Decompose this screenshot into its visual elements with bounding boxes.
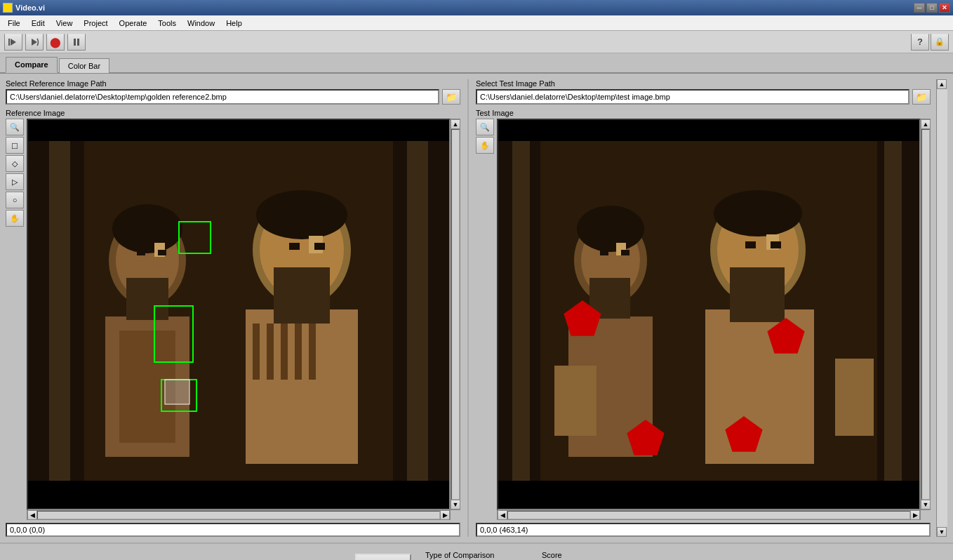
- pause-button[interactable]: [67, 34, 86, 51]
- ref-scroll-down[interactable]: ▼: [451, 500, 460, 509]
- ref-select-tool[interactable]: □: [6, 137, 24, 154]
- global-scroll-up[interactable]: ▲: [937, 79, 947, 89]
- menu-tools[interactable]: Tools: [153, 17, 181, 29]
- global-scroll-down[interactable]: ▼: [937, 527, 947, 537]
- ref-pan-tool[interactable]: ✋: [6, 210, 24, 227]
- maximize-button[interactable]: □: [926, 3, 938, 13]
- compare-button[interactable]: Compare: [355, 554, 411, 560]
- ref-zoom-tool[interactable]: 🔍: [6, 119, 24, 135]
- ref-path-input[interactable]: [6, 89, 439, 105]
- menu-project[interactable]: Project: [79, 17, 112, 29]
- test-canvas: [498, 120, 919, 509]
- test-scroll-track-h[interactable]: [507, 511, 910, 519]
- menu-view[interactable]: View: [51, 17, 78, 29]
- run-button[interactable]: [4, 34, 22, 51]
- test-folder-button[interactable]: 📁: [912, 89, 931, 105]
- ref-coords-text: 0,0,0 (0,0): [10, 526, 45, 534]
- ref-scroll-left[interactable]: ◀: [27, 510, 37, 520]
- ref-scroll-track-v[interactable]: [451, 129, 460, 500]
- svg-rect-3: [74, 39, 76, 46]
- toolbar: ⬤ ? 🔒: [0, 31, 953, 53]
- test-image-tools: 🔍 ✋: [476, 119, 495, 520]
- test-coords-text: 0,0,0 (463,14): [480, 526, 528, 534]
- ref-path-label: Select Reference Image Path: [6, 79, 460, 88]
- svg-marker-0: [11, 39, 16, 46]
- menu-help[interactable]: Help: [221, 17, 247, 29]
- test-image-view[interactable]: [497, 119, 921, 510]
- title-bar: Video.vi ─ □ ✕: [0, 0, 953, 15]
- tabs-bar: Compare Color Bar: [0, 53, 953, 74]
- window-title: Video.vi: [15, 4, 45, 12]
- minimize-button[interactable]: ─: [914, 3, 925, 13]
- test-scroll-down[interactable]: ▼: [921, 500, 931, 509]
- main-content: Select Reference Image Path 📁 Reference …: [0, 74, 953, 542]
- test-scroll-left[interactable]: ◀: [498, 510, 507, 520]
- reference-panel: Select Reference Image Path 📁 Reference …: [6, 79, 460, 537]
- svg-marker-2: [32, 39, 37, 46]
- bottom-bar: Compare Type of Comparison Color Match P…: [0, 542, 953, 560]
- ref-scroll-track-h[interactable]: [37, 511, 440, 519]
- test-scroll-right[interactable]: ▶: [910, 510, 920, 520]
- close-button[interactable]: ✕: [939, 3, 950, 13]
- test-zoom-tool[interactable]: 🔍: [476, 119, 494, 135]
- tab-color-bar[interactable]: Color Bar: [59, 58, 109, 73]
- panel-divider: [467, 79, 469, 537]
- test-coords: 0,0,0 (463,14): [476, 523, 931, 537]
- test-scroll-track-v[interactable]: [921, 129, 930, 500]
- ref-scroll-right[interactable]: ▶: [440, 510, 450, 520]
- menu-window[interactable]: Window: [182, 17, 220, 29]
- context-help-button[interactable]: 🔒: [931, 34, 949, 51]
- score-label: Score: [542, 551, 598, 559]
- ref-image-tools: 🔍 □ ◇ ▷ ○ ✋: [6, 119, 25, 520]
- global-scroll-track[interactable]: [937, 89, 947, 527]
- ref-scrollbar-h[interactable]: ◀ ▶: [27, 510, 451, 520]
- app-icon: [3, 3, 13, 13]
- test-panel: Select Test Image Path 📁 Test Image 🔍 ✋: [476, 79, 931, 537]
- ref-coords: 0,0,0 (0,0): [6, 523, 460, 537]
- run-continuous-button[interactable]: [25, 34, 44, 51]
- menu-file[interactable]: File: [3, 17, 25, 29]
- svg-rect-4: [77, 39, 79, 46]
- menu-bar: File Edit View Project Operate Tools Win…: [0, 15, 953, 31]
- test-image-label: Test Image: [476, 109, 931, 117]
- ref-circle-tool[interactable]: ○: [6, 192, 24, 208]
- ref-polygon-tool[interactable]: ◇: [6, 155, 24, 172]
- ref-image-label: Reference Image: [6, 109, 460, 117]
- test-scroll-up[interactable]: ▲: [921, 119, 931, 129]
- test-path-input[interactable]: [476, 89, 909, 105]
- tab-compare[interactable]: Compare: [6, 57, 58, 73]
- score-group: Score 687: [542, 551, 598, 560]
- ref-canvas: [28, 120, 449, 509]
- ref-scrollbar-v[interactable]: ▲ ▼: [451, 119, 460, 510]
- global-scrollbar-v[interactable]: ▲ ▼: [936, 79, 947, 537]
- test-scrollbar-h[interactable]: ◀ ▶: [497, 510, 921, 520]
- comparison-type-label: Type of Comparison: [425, 551, 528, 559]
- comparison-group: Type of Comparison Color Match Pixel Mat…: [425, 551, 528, 560]
- test-path-label: Select Test Image Path: [476, 79, 931, 88]
- ref-arrow-tool[interactable]: ▷: [6, 173, 24, 190]
- menu-operate[interactable]: Operate: [114, 17, 152, 29]
- ref-image-view[interactable]: [27, 119, 451, 510]
- test-scrollbar-v[interactable]: ▲ ▼: [921, 119, 931, 510]
- ref-folder-button[interactable]: 📁: [442, 89, 460, 105]
- test-pan-tool[interactable]: ✋: [476, 137, 494, 154]
- ref-scroll-up[interactable]: ▲: [451, 119, 460, 129]
- menu-edit[interactable]: Edit: [27, 17, 50, 29]
- help-button[interactable]: ?: [911, 34, 929, 51]
- abort-button[interactable]: ⬤: [46, 34, 65, 51]
